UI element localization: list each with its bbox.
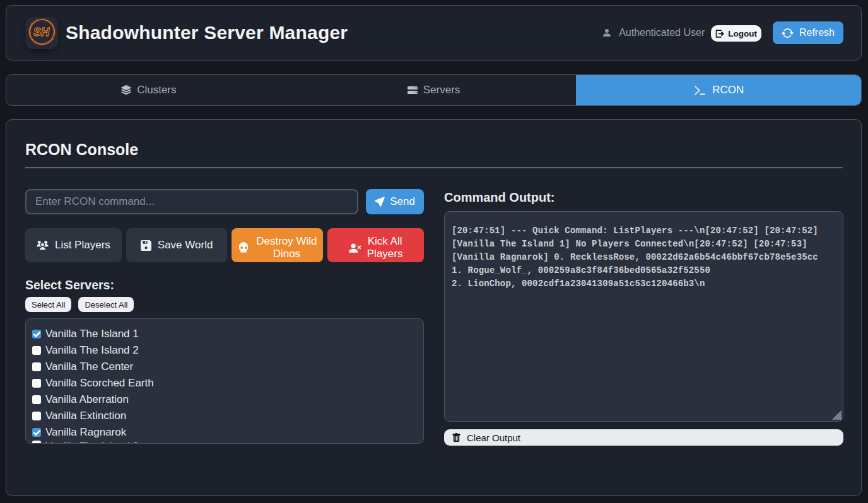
svg-text:SH: SH bbox=[33, 25, 50, 38]
